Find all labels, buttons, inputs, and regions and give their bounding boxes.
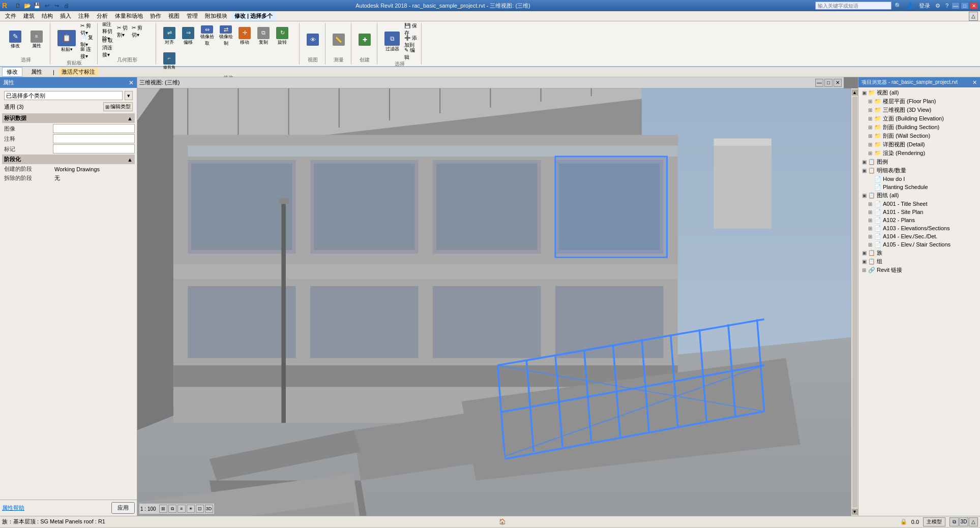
title-search-input[interactable] [815,2,892,10]
qat-save[interactable]: 💾 [33,1,42,10]
viewport-close-btn[interactable]: ✕ [834,79,842,87]
prop-value-comment[interactable] [53,134,135,143]
maximize-button[interactable]: □ [961,2,969,9]
status-3d-btn2[interactable]: 3D [959,517,968,526]
prop-value-mark[interactable] [53,144,135,153]
scrollbar-down-btn[interactable]: ▼ [852,509,858,515]
menu-analyze[interactable]: 分析 [94,11,111,21]
ribbon-btn-connect[interactable]: ⊞ 连接▾ [80,47,94,58]
menu-annotate[interactable]: 注释 [75,11,93,21]
menu-modify-select[interactable]: 修改 | 选择多个 [231,11,276,21]
ribbon-btn-trim[interactable]: ✂ 剪切▾ [131,26,145,37]
ribbon-btn-trim-corner[interactable]: ⌐ 修剪角 [160,49,179,73]
ribbon-btn-mirror-draw[interactable]: ⇄ 镜像绘制 [217,24,235,48]
menu-addins[interactable]: 附加模块 [202,11,230,21]
status-model-mode[interactable]: 主模型 [923,517,945,526]
ribbon-btn-unjoin[interactable]: ⊟ 取消连接▾ [102,42,116,53]
edit-type-button[interactable]: ⊞ 编辑类型 [103,102,133,111]
ribbon-btn-create[interactable]: ✚ [355,26,374,53]
menu-view[interactable]: 视图 [165,11,183,21]
tree-item-a105[interactable]: ⊞ 📄 A105 - Elev./ Stair Sections [859,240,979,249]
view-3d-btn[interactable]: 3D [205,505,213,513]
close-button[interactable]: ✕ [970,2,978,9]
tree-item-a102[interactable]: ⊞ 📄 A102 - Plans [859,216,979,224]
category-filter-dropdown[interactable]: ▾ [125,91,133,100]
view-display-btn[interactable]: ⧉ [168,505,176,513]
tree-item-groups[interactable]: ▣ 📋 组 [859,257,979,266]
menu-insert[interactable]: 插入 [57,11,74,21]
tree-item-a001[interactable]: ⊞ 📄 A001 - Title Sheet [859,200,979,208]
ribbon-btn-modify[interactable]: ✎ 修改 [5,26,25,53]
ribbon-btn-cut[interactable]: ✂ 剪切▾ [80,24,94,35]
context-tab-modify[interactable]: 修改 [2,67,22,77]
apply-button[interactable]: 应用 [111,502,135,514]
tree-item-schedules[interactable]: ▣ 📋 明细表/数量 [859,166,979,175]
ribbon-btn-join-cut[interactable]: ⊞注释切除▾ [102,26,116,37]
tree-item-legend[interactable]: ▣ 📋 图例 [859,158,979,166]
tree-item-floor-plan[interactable]: ⊞ 📁 楼层平面 (Floor Plan) [859,97,979,106]
scrollbar-up-btn[interactable]: ▲ [852,89,858,96]
viewport-scrollbar-v[interactable]: ▲ ▼ [851,88,858,516]
help-icon[interactable]: ? [945,3,948,9]
view-shadow-btn[interactable]: ☀ [187,505,195,513]
status-3d-btn3[interactable]: △ [969,517,978,526]
ribbon-btn-copy[interactable]: 📄 复制▾ [80,36,94,47]
tree-item-detail-view[interactable]: ⊞ 📁 详图视图 (Detail) [859,140,979,149]
active-annotation-label[interactable]: 激活尺寸标注 [58,68,98,76]
tree-item-building-section[interactable]: ⊞ 📁 剖面 (Building Section) [859,123,979,132]
view-crop-btn[interactable]: ⊡ [196,505,204,513]
tree-item-a103[interactable]: ⊞ 📄 A103 - Elevations/Sections [859,224,979,232]
properties-panel-close[interactable]: ✕ [129,79,134,86]
viewport-minimize-btn[interactable]: — [815,79,823,87]
tree-item-3d-view[interactable]: ⊞ 📁 三维视图 (3D View) [859,106,979,114]
menu-collaborate[interactable]: 协作 [147,11,164,21]
tree-item-planting-schedule[interactable]: 📄 Planting Schedule [859,183,979,191]
ribbon-btn-measure[interactable]: 📏 [330,26,348,53]
ribbon-btn-view[interactable]: 👁 [304,26,322,53]
ribbon-btn-filter[interactable]: ⧉ 过滤器 [381,28,403,55]
tree-item-views[interactable]: ▣ 📁 视图 (all) [859,88,979,97]
menu-structure[interactable]: 结构 [39,11,56,21]
viewport[interactable]: 三维视图: (三维) — □ ✕ [137,77,858,516]
ribbon-btn-copy2[interactable]: ⧉ 复制 [254,24,273,48]
ribbon-btn-paste[interactable]: 📋 粘贴▾ [54,28,79,54]
ribbon-btn-add-to[interactable]: ➕ 添加到 [404,36,418,47]
ribbon-btn-cut-geo[interactable]: ✂ 切割▾ [116,26,131,37]
menu-file[interactable]: 文件 [2,11,19,21]
tree-item-elevation[interactable]: ⊞ 📁 立面 (Building Elevation) [859,114,979,123]
viewport-maximize-btn[interactable]: □ [824,79,833,87]
ribbon-btn-properties[interactable]: ≡ 属性 [26,26,47,53]
view-detail-btn[interactable]: ≡ [177,505,186,513]
view-scale-btn[interactable]: ⊞ [159,505,167,513]
qat-print[interactable]: 🖨 [62,1,71,10]
ribbon-btn-edit[interactable]: ✎ 编辑 [404,48,418,59]
ribbon-btn-align[interactable]: ⇌ 对齐 [160,24,179,48]
project-browser-close[interactable]: ✕ [972,79,977,86]
scrollbar-thumb-v[interactable] [852,97,857,508]
qat-redo[interactable]: ↪ [52,1,61,10]
tree-item-a101[interactable]: ⊞ 📄 A101 - Site Plan [859,208,979,216]
tree-item-revit-links[interactable]: ⊞ 🔗 Revit 链接 [859,266,979,274]
login-label[interactable]: 登录 [919,2,930,10]
prop-value-image[interactable] [53,124,135,133]
context-tab-properties[interactable]: 属性 [26,67,47,77]
tree-item-rendering[interactable]: ⊞ 📁 渲染 (Rendering) [859,149,979,158]
settings-icon[interactable]: ⚙ [935,3,940,9]
ribbon-btn-move[interactable]: ✛ 移动 [235,24,254,48]
qat-open[interactable]: 📂 [23,1,32,10]
tree-item-how-do-i[interactable]: 📄 How do I [859,175,979,183]
menu-architecture[interactable]: 建筑 [20,11,38,21]
ribbon-btn-save-sel[interactable]: 💾 保存 [404,24,418,35]
menu-manage[interactable]: 管理 [184,11,201,21]
ribbon-btn-rotate[interactable]: ↻ 旋转 [273,24,291,48]
identity-data-section-header[interactable]: 标识数据 ▲ [2,113,135,123]
tree-item-a104[interactable]: ⊞ 📄 A104 - Elev./Sec./Det. [859,232,979,240]
tree-item-families[interactable]: ▣ 📋 族 [859,249,979,257]
minimize-button[interactable]: — [952,2,960,9]
tree-item-wall-section[interactable]: ⊞ 📁 剖面 (Wall Section) [859,132,979,140]
ribbon-btn-mirror-pick[interactable]: ⇔ 镜像拾取 [198,24,216,48]
ribbon-toggle[interactable]: △ [969,12,978,21]
qat-new[interactable]: 🗋 [13,1,22,10]
status-3d-btn1[interactable]: ⧉ [949,517,959,526]
tree-item-sheets[interactable]: ▣ 📋 图纸 (all) [859,191,979,200]
